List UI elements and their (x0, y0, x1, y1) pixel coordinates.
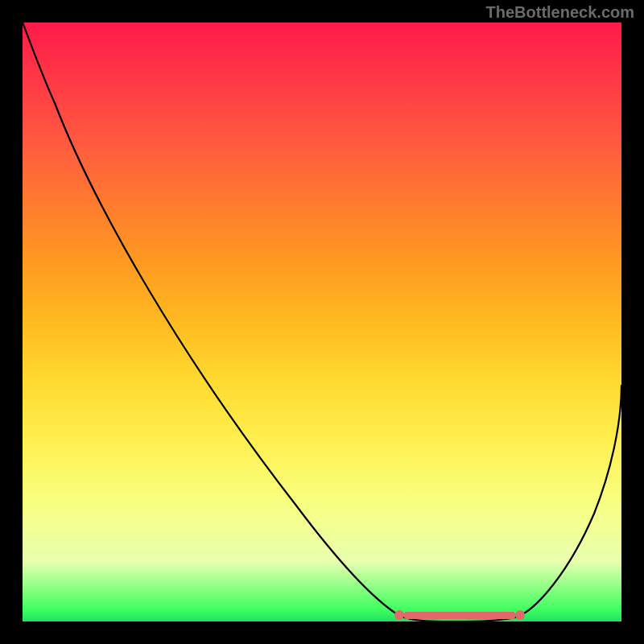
svg-point-0 (394, 610, 404, 620)
svg-rect-2 (404, 612, 515, 619)
svg-point-1 (515, 610, 525, 620)
curve-svg (23, 23, 621, 621)
watermark-text: TheBottleneck.com (486, 3, 634, 22)
flat-region-marker (394, 610, 525, 620)
bottleneck-curve-line (23, 23, 621, 621)
plot-area (23, 23, 621, 621)
